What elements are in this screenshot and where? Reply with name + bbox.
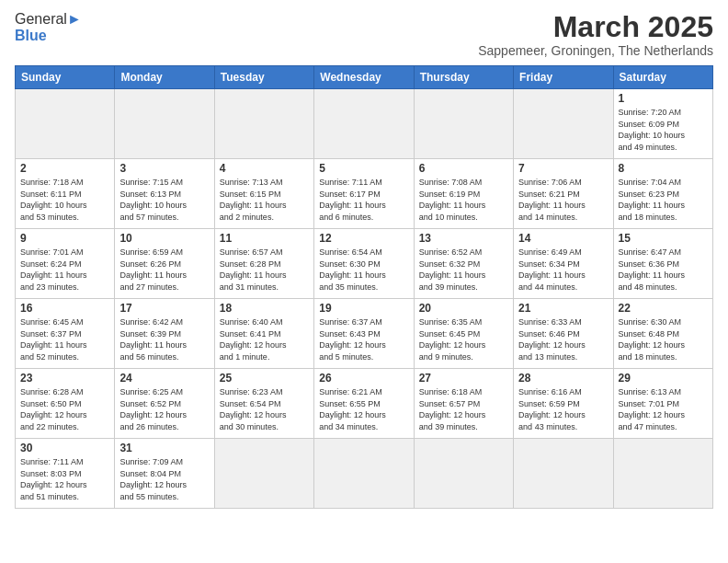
empty-cell — [314, 89, 414, 159]
day-cell: 1 Sunrise: 7:20 AMSunset: 6:09 PMDayligh… — [613, 89, 712, 159]
day-info: Sunrise: 7:04 AMSunset: 6:23 PMDaylight:… — [619, 178, 686, 222]
day-cell: 29 Sunrise: 6:13 AMSunset: 7:01 PMDaylig… — [613, 369, 712, 439]
day-info: Sunrise: 7:13 AMSunset: 6:15 PMDaylight:… — [220, 178, 287, 222]
day-info: Sunrise: 7:15 AMSunset: 6:13 PMDaylight:… — [119, 178, 187, 222]
header-friday: Friday — [514, 66, 613, 89]
day-cell: 21 Sunrise: 6:33 AMSunset: 6:46 PMDaylig… — [514, 299, 613, 369]
day-info: Sunrise: 6:33 AMSunset: 6:46 PMDaylight:… — [518, 317, 586, 362]
day-info: Sunrise: 6:37 AMSunset: 6:43 PMDaylight:… — [319, 317, 386, 362]
day-info: Sunrise: 7:11 AMSunset: 8:03 PMDaylight:… — [20, 457, 87, 501]
day-cell: 8 Sunrise: 7:04 AMSunset: 6:23 PMDayligh… — [613, 159, 712, 229]
day-number: 1 — [619, 92, 708, 105]
header: General► Blue March 2025 Sappemeer, Gron… — [15, 11, 713, 58]
day-number: 22 — [619, 302, 708, 315]
day-cell: 9 Sunrise: 7:01 AMSunset: 6:24 PMDayligh… — [16, 229, 115, 299]
day-number: 11 — [220, 232, 309, 245]
day-number: 7 — [518, 162, 608, 175]
day-cell: 12 Sunrise: 6:54 AMSunset: 6:30 PMDaylig… — [314, 229, 414, 299]
day-cell: 28 Sunrise: 6:16 AMSunset: 6:59 PMDaylig… — [514, 369, 613, 439]
day-cell: 19 Sunrise: 6:37 AMSunset: 6:43 PMDaylig… — [314, 299, 414, 369]
day-number: 10 — [119, 232, 209, 245]
header-sunday: Sunday — [16, 66, 115, 89]
day-info: Sunrise: 6:40 AMSunset: 6:41 PMDaylight:… — [220, 317, 287, 362]
calendar-table: Sunday Monday Tuesday Wednesday Thursday… — [15, 65, 713, 509]
day-cell: 25 Sunrise: 6:23 AMSunset: 6:54 PMDaylig… — [214, 369, 313, 439]
day-info: Sunrise: 6:30 AMSunset: 6:48 PMDaylight:… — [619, 317, 686, 362]
day-cell: 30 Sunrise: 7:11 AMSunset: 8:03 PMDaylig… — [16, 439, 115, 509]
day-cell: 20 Sunrise: 6:35 AMSunset: 6:45 PMDaylig… — [414, 299, 513, 369]
calendar-row: 16 Sunrise: 6:45 AMSunset: 6:37 PMDaylig… — [16, 299, 713, 369]
day-number: 2 — [20, 162, 109, 175]
header-monday: Monday — [115, 66, 214, 89]
empty-cell — [414, 89, 513, 159]
day-info: Sunrise: 6:21 AMSunset: 6:55 PMDaylight:… — [319, 387, 386, 431]
day-info: Sunrise: 6:42 AMSunset: 6:39 PMDaylight:… — [119, 317, 187, 362]
calendar-row: 2 Sunrise: 7:18 AMSunset: 6:11 PMDayligh… — [16, 159, 713, 229]
day-info: Sunrise: 6:45 AMSunset: 6:37 PMDaylight:… — [20, 317, 87, 362]
day-number: 19 — [319, 302, 408, 315]
day-number: 12 — [319, 232, 408, 245]
day-cell: 16 Sunrise: 6:45 AMSunset: 6:37 PMDaylig… — [16, 299, 115, 369]
day-cell: 7 Sunrise: 7:06 AMSunset: 6:21 PMDayligh… — [514, 159, 613, 229]
header-tuesday: Tuesday — [214, 66, 313, 89]
day-info: Sunrise: 7:08 AMSunset: 6:19 PMDaylight:… — [419, 178, 486, 222]
logo: General► Blue — [15, 11, 82, 43]
empty-cell — [514, 439, 613, 509]
day-number: 13 — [419, 232, 508, 245]
day-cell: 3 Sunrise: 7:15 AMSunset: 6:13 PMDayligh… — [115, 159, 214, 229]
day-cell: 11 Sunrise: 6:57 AMSunset: 6:28 PMDaylig… — [214, 229, 313, 299]
day-number: 24 — [119, 372, 209, 385]
day-number: 9 — [20, 232, 109, 245]
day-info: Sunrise: 6:54 AMSunset: 6:30 PMDaylight:… — [319, 247, 386, 292]
day-number: 30 — [20, 442, 109, 454]
day-info: Sunrise: 6:18 AMSunset: 6:57 PMDaylight:… — [419, 387, 486, 431]
day-number: 14 — [518, 232, 608, 245]
subtitle: Sappemeer, Groningen, The Netherlands — [478, 43, 713, 58]
day-number: 28 — [518, 372, 608, 385]
day-number: 17 — [119, 302, 209, 315]
day-info: Sunrise: 7:20 AMSunset: 6:09 PMDaylight:… — [619, 108, 686, 152]
day-number: 26 — [319, 372, 408, 385]
day-cell: 14 Sunrise: 6:49 AMSunset: 6:34 PMDaylig… — [514, 229, 613, 299]
empty-cell — [16, 89, 115, 159]
day-number: 16 — [20, 302, 109, 315]
day-info: Sunrise: 7:18 AMSunset: 6:11 PMDaylight:… — [20, 178, 87, 222]
header-saturday: Saturday — [613, 66, 712, 89]
day-number: 18 — [220, 302, 309, 315]
day-info: Sunrise: 6:52 AMSunset: 6:32 PMDaylight:… — [419, 247, 486, 292]
day-number: 8 — [619, 162, 708, 175]
day-cell: 27 Sunrise: 6:18 AMSunset: 6:57 PMDaylig… — [414, 369, 513, 439]
header-wednesday: Wednesday — [314, 66, 414, 89]
empty-cell — [214, 89, 313, 159]
empty-cell — [314, 439, 414, 509]
day-cell: 2 Sunrise: 7:18 AMSunset: 6:11 PMDayligh… — [16, 159, 115, 229]
day-info: Sunrise: 7:01 AMSunset: 6:24 PMDaylight:… — [20, 247, 87, 292]
day-number: 3 — [119, 162, 209, 175]
day-info: Sunrise: 6:49 AMSunset: 6:34 PMDaylight:… — [518, 247, 586, 292]
day-info: Sunrise: 6:16 AMSunset: 6:59 PMDaylight:… — [518, 387, 586, 431]
day-info: Sunrise: 6:28 AMSunset: 6:50 PMDaylight:… — [20, 387, 87, 431]
calendar-row: 9 Sunrise: 7:01 AMSunset: 6:24 PMDayligh… — [16, 229, 713, 299]
calendar-row: 1 Sunrise: 7:20 AMSunset: 6:09 PMDayligh… — [16, 89, 713, 159]
day-cell: 26 Sunrise: 6:21 AMSunset: 6:55 PMDaylig… — [314, 369, 414, 439]
day-cell: 6 Sunrise: 7:08 AMSunset: 6:19 PMDayligh… — [414, 159, 513, 229]
day-cell: 15 Sunrise: 6:47 AMSunset: 6:36 PMDaylig… — [613, 229, 712, 299]
day-number: 6 — [419, 162, 508, 175]
day-cell: 24 Sunrise: 6:25 AMSunset: 6:52 PMDaylig… — [115, 369, 214, 439]
header-thursday: Thursday — [414, 66, 513, 89]
day-number: 29 — [619, 372, 708, 385]
empty-cell — [514, 89, 613, 159]
day-number: 15 — [619, 232, 708, 245]
calendar-row: 23 Sunrise: 6:28 AMSunset: 6:50 PMDaylig… — [16, 369, 713, 439]
day-number: 5 — [319, 162, 408, 175]
day-number: 23 — [20, 372, 109, 385]
day-info: Sunrise: 7:11 AMSunset: 6:17 PMDaylight:… — [319, 178, 386, 222]
calendar-page: General► Blue March 2025 Sappemeer, Gron… — [0, 0, 728, 563]
day-number: 31 — [119, 442, 209, 454]
month-title: March 2025 — [478, 11, 713, 43]
title-block: March 2025 Sappemeer, Groningen, The Net… — [478, 11, 713, 58]
day-info: Sunrise: 6:57 AMSunset: 6:28 PMDaylight:… — [220, 247, 287, 292]
day-info: Sunrise: 6:23 AMSunset: 6:54 PMDaylight:… — [220, 387, 287, 431]
day-cell: 4 Sunrise: 7:13 AMSunset: 6:15 PMDayligh… — [214, 159, 313, 229]
empty-cell — [414, 439, 513, 509]
